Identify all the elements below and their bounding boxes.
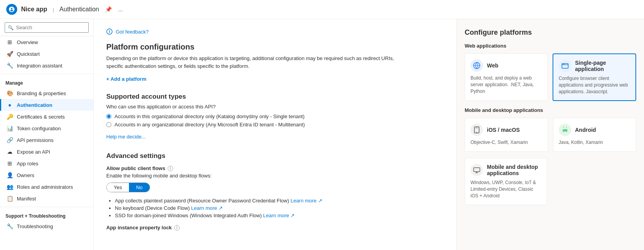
- platform-card-spa[interactable]: Single-page application Configure browse…: [553, 53, 637, 101]
- sidebar-item-label: Quickstart: [17, 51, 40, 57]
- page-name: Authentication: [59, 6, 99, 13]
- manage-label: Manage: [0, 76, 93, 87]
- sidebar-item-app-roles[interactable]: ⊞ App roles: [0, 158, 93, 169]
- sidebar-item-label: Overview: [17, 39, 38, 45]
- web-icon: [470, 59, 483, 72]
- radio-single-tenant-label: Accounts in this organizational director…: [114, 113, 304, 119]
- sidebar-item-api-permissions[interactable]: 🔗 API permissions: [0, 134, 93, 146]
- public-flows-list: App collects plaintext password (Resourc…: [106, 198, 444, 218]
- sidebar-item-authentication[interactable]: ● Authentication: [0, 99, 93, 111]
- sidebar-item-branding[interactable]: 🎨 Branding & properties: [0, 87, 93, 99]
- sidebar-item-label: Integration assistant: [17, 63, 62, 69]
- sidebar-divider: [0, 74, 93, 74]
- svg-point-8: [564, 129, 564, 130]
- ios-icon: [470, 124, 483, 136]
- sidebar-item-manifest[interactable]: 📋 Manifest: [0, 193, 93, 204]
- android-icon: [559, 124, 571, 136]
- allow-public-flows-label: Allow public client flows i: [106, 165, 444, 171]
- title-separator: |: [53, 7, 54, 12]
- quickstart-icon: 🚀: [7, 51, 13, 57]
- svg-point-4: [564, 64, 564, 65]
- svg-point-6: [476, 132, 477, 133]
- radio-multi-tenant[interactable]: Accounts in any organizational directory…: [106, 122, 444, 128]
- platform-card-ios[interactable]: iOS / macOS Objective-C, Swift, Xamarin: [465, 118, 548, 152]
- sidebar-item-troubleshooting[interactable]: 🔧 Troubleshooting: [0, 220, 93, 232]
- desktop-card-desc: Windows, UWP, Console, IoT & Limited-ent…: [470, 179, 541, 199]
- token-icon: 📊: [7, 125, 13, 131]
- web-card-header: Web: [470, 59, 542, 72]
- desktop-icon: [470, 164, 483, 176]
- add-platform-label: + Add a platform: [106, 76, 146, 82]
- sidebar-item-certificates[interactable]: 🔑 Certificates & secrets: [0, 111, 93, 122]
- radio-single-tenant[interactable]: Accounts in this organizational director…: [106, 113, 444, 119]
- account-types-question: Who can use this application or access t…: [106, 104, 444, 110]
- feedback-label: Got feedback?: [116, 29, 149, 35]
- advanced-settings-title: Advanced settings: [106, 152, 444, 160]
- sidebar-item-overview[interactable]: ⊞ Overview: [0, 36, 93, 48]
- instance-info-icon[interactable]: i: [174, 225, 180, 230]
- sidebar-item-label: Owners: [17, 172, 34, 178]
- platform-configs-desc: Depending on the platform or device this…: [106, 55, 403, 70]
- learn-more-link-2[interactable]: Learn more ↗: [191, 205, 223, 211]
- sidebar-item-label: Authentication: [17, 102, 52, 108]
- radio-multi-tenant-label: Accounts in any organizational directory…: [114, 122, 305, 128]
- account-type-radio-group: Accounts in this organizational director…: [106, 113, 444, 128]
- right-panel-title: Configure platforms: [465, 28, 636, 37]
- android-card-desc: Java, Kotlin, Xamarin: [559, 139, 631, 146]
- more-icon[interactable]: ...: [118, 6, 123, 12]
- learn-more-link-3[interactable]: Learn more ↗: [263, 213, 295, 218]
- yes-toggle-button[interactable]: Yes: [107, 183, 129, 192]
- feedback-bar[interactable]: Got feedback?: [106, 28, 444, 35]
- mobile-platforms-row: iOS / macOS Objective-C, Swift, Xamarin …: [465, 118, 636, 152]
- sidebar-item-token-config[interactable]: 📊 Token configuration: [0, 122, 93, 134]
- search-icon: 🔍: [8, 25, 14, 30]
- sidebar-item-quickstart[interactable]: 🚀 Quickstart: [0, 48, 93, 60]
- troubleshooting-icon: 🔧: [7, 223, 13, 229]
- help-decide-link[interactable]: Help me decide...: [106, 134, 146, 140]
- sidebar-item-label: API permissions: [17, 137, 54, 143]
- platform-card-desktop[interactable]: Mobile and desktop applications Windows,…: [465, 158, 547, 205]
- pin-icon[interactable]: 📌: [105, 6, 112, 12]
- svg-rect-7: [563, 129, 567, 131]
- radio-single-tenant-input[interactable]: [106, 114, 111, 119]
- main-content: Got feedback? Platform configurations De…: [94, 19, 456, 250]
- sidebar-item-label: Troubleshooting: [17, 223, 53, 229]
- web-card-name: Web: [487, 62, 498, 69]
- desktop-card-header: Mobile and desktop applications: [470, 164, 541, 176]
- ios-card-name: iOS / macOS: [487, 127, 520, 133]
- platform-card-web[interactable]: Web Build, host, and deploy a web server…: [465, 53, 548, 101]
- no-toggle-button[interactable]: No: [129, 183, 150, 192]
- list-item: App collects plaintext password (Resourc…: [115, 198, 444, 204]
- yes-no-toggle: Yes No: [106, 183, 150, 192]
- sidebar-item-integration[interactable]: 🔧 Integration assistant: [0, 60, 93, 71]
- manifest-icon: 📋: [7, 195, 13, 202]
- radio-multi-tenant-input[interactable]: [106, 122, 111, 127]
- instance-property-lock-label: App instance property lock i: [106, 225, 444, 230]
- sidebar: 🔍 ⊞ Overview 🚀 Quickstart 🔧 Integration …: [0, 19, 94, 250]
- api-icon: 🔗: [7, 137, 13, 143]
- sidebar-item-label: Roles and administrators: [17, 184, 73, 190]
- learn-more-link-1[interactable]: Learn more ↗: [290, 198, 322, 204]
- integration-icon: 🔧: [7, 62, 13, 69]
- sidebar-item-label: Token configuration: [17, 126, 61, 131]
- spa-card-name: Single-page application: [575, 60, 630, 72]
- sidebar-divider-2: [0, 207, 93, 207]
- sidebar-item-expose-api[interactable]: ☁ Expose an API: [0, 146, 93, 158]
- desktop-platforms-row: Mobile and desktop applications Windows,…: [465, 158, 636, 205]
- add-platform-button[interactable]: + Add a platform: [106, 76, 146, 82]
- sidebar-item-owners[interactable]: 👤 Owners: [0, 169, 93, 181]
- search-input[interactable]: [5, 22, 89, 33]
- web-platforms-row: Web Build, host, and deploy a web server…: [465, 53, 636, 101]
- ios-card-desc: Objective-C, Swift, Xamarin: [470, 139, 542, 146]
- allow-public-flows-info-icon[interactable]: i: [168, 166, 173, 171]
- sidebar-item-label: Expose an API: [17, 149, 50, 155]
- mobile-desktop-label: Mobile and desktop applications: [465, 107, 636, 113]
- sidebar-item-label: Manifest: [17, 196, 36, 202]
- expose-icon: ☁: [7, 149, 13, 155]
- sidebar-item-roles-admins[interactable]: 👥 Roles and administrators: [0, 181, 93, 193]
- owners-icon: 👤: [7, 172, 13, 178]
- support-label: Support + Troubleshooting: [0, 209, 93, 220]
- list-item: No keyboard (Device Code Flow) Learn mor…: [115, 205, 444, 211]
- platform-card-android[interactable]: Android Java, Kotlin, Xamarin: [553, 118, 637, 152]
- supported-accounts-title: Supported account types: [106, 93, 444, 101]
